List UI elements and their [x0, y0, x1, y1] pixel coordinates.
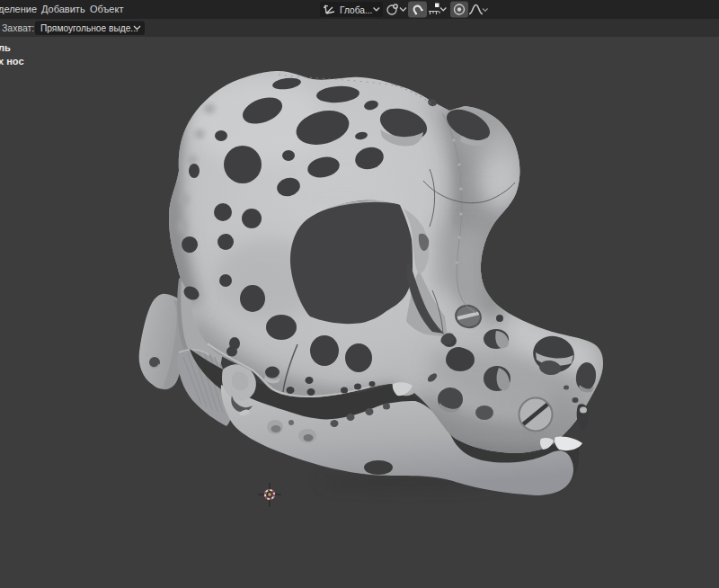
- svg-text:ль: ль: [0, 42, 11, 53]
- svg-text:деление: деление: [0, 4, 37, 14]
- svg-text:Добавить: Добавить: [41, 4, 85, 14]
- svg-text:Прямоугольное выде...: Прямоугольное выде...: [40, 23, 138, 33]
- svg-text:Глоба...: Глоба...: [340, 5, 372, 15]
- svg-text:Объект: Объект: [90, 4, 123, 14]
- svg-text:Захват:: Захват:: [2, 22, 34, 33]
- svg-text:х нос: х нос: [0, 56, 24, 67]
